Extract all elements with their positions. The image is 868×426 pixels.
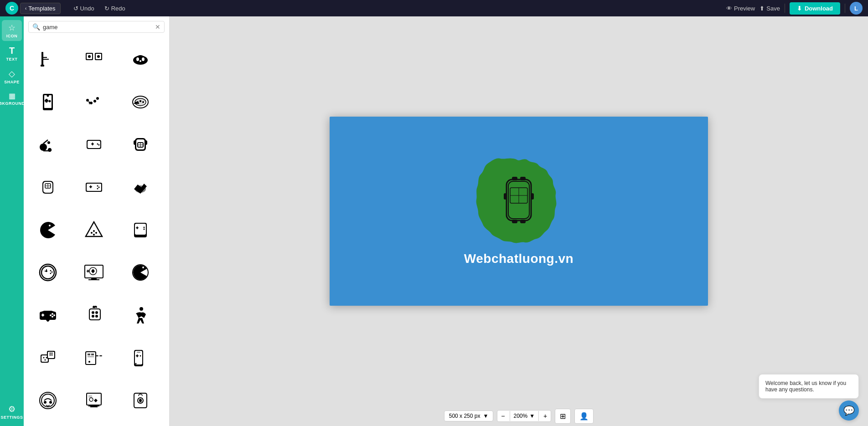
canvas-card[interactable]: Webchatluong.vn: [330, 117, 708, 306]
svg-rect-129: [137, 352, 140, 353]
canvas-area: Webchatluong.vn Welcome back, let us kno…: [170, 16, 868, 426]
svg-point-12: [142, 57, 145, 61]
preview-button[interactable]: 👁 Preview: [726, 5, 755, 12]
svg-point-41: [97, 144, 98, 145]
download-icon: ⬇: [797, 5, 802, 12]
list-item[interactable]: [28, 382, 67, 419]
svg-point-29: [137, 101, 139, 103]
tool-background[interactable]: ▦ BKGROUND: [2, 89, 22, 108]
grid-view-button[interactable]: ⊞: [555, 409, 571, 424]
svg-point-106: [43, 357, 44, 358]
list-item[interactable]: [121, 297, 160, 334]
svg-point-102: [95, 315, 98, 318]
list-item[interactable]: [28, 126, 67, 163]
svg-rect-70: [136, 236, 140, 237]
svg-point-66: [93, 234, 95, 236]
chat-bubble: Welcome back, let us know if you have an…: [759, 374, 859, 399]
list-item[interactable]: [75, 126, 114, 163]
svg-point-67: [95, 232, 97, 234]
list-item[interactable]: [121, 126, 160, 163]
save-button[interactable]: ⬆ Save: [760, 5, 780, 12]
list-item[interactable]: [75, 212, 114, 248]
download-button[interactable]: ⬇ Download: [790, 2, 840, 15]
list-item[interactable]: [28, 297, 67, 334]
list-item[interactable]: [28, 84, 67, 120]
svg-rect-139: [88, 395, 92, 398]
list-item[interactable]: ☁: [121, 84, 160, 120]
list-item[interactable]: [75, 382, 114, 419]
list-item[interactable]: [121, 340, 160, 376]
svg-point-35: [48, 149, 51, 151]
divider-2: [845, 4, 845, 13]
list-item[interactable]: [28, 41, 67, 77]
tool-text[interactable]: T TEXT: [2, 43, 22, 64]
svg-point-113: [49, 354, 51, 355]
list-item[interactable]: [75, 340, 114, 376]
svg-rect-88: [87, 271, 89, 272]
tool-icon[interactable]: ☆ ICON: [2, 20, 22, 41]
svg-point-82: [50, 273, 51, 274]
svg-point-81: [51, 272, 52, 273]
svg-rect-151: [531, 193, 534, 200]
svg-point-21: [90, 102, 93, 104]
svg-point-92: [142, 267, 144, 268]
list-item[interactable]: [121, 254, 160, 291]
svg-point-132: [44, 401, 46, 404]
svg-point-112: [51, 352, 52, 354]
list-item[interactable]: [28, 212, 67, 248]
svg-point-80: [50, 270, 51, 272]
svg-rect-144: [520, 177, 526, 180]
list-item[interactable]: [121, 212, 160, 248]
list-item[interactable]: [28, 169, 67, 205]
tool-shape[interactable]: ◇ SHAPE: [2, 66, 22, 87]
list-item[interactable]: [75, 84, 114, 120]
svg-rect-1: [41, 65, 44, 67]
svg-point-128: [135, 363, 136, 364]
tools-sidebar: ☆ ICON T TEXT ◇ SHAPE ▦ BKGROUND ⚙ SETTI…: [0, 16, 24, 426]
svg-point-103: [140, 307, 143, 311]
redo-button[interactable]: ↻ Redo: [101, 3, 129, 14]
svg-point-19: [49, 100, 50, 102]
search-input[interactable]: [43, 24, 152, 31]
list-item[interactable]: [75, 297, 114, 334]
svg-point-122: [88, 361, 90, 363]
zoom-value[interactable]: 200% ▼: [510, 411, 539, 421]
list-item[interactable]: [28, 254, 67, 291]
redo-icon: ↻: [104, 5, 109, 12]
topbar-left: C ‹ Templates: [5, 2, 61, 15]
templates-button[interactable]: ‹ Templates: [20, 3, 61, 14]
tool-settings[interactable]: ⚙ SETTINGS: [2, 401, 22, 422]
list-item[interactable]: [75, 41, 114, 77]
user-avatar[interactable]: L: [850, 2, 863, 15]
zoom-in-button[interactable]: +: [540, 411, 551, 421]
clear-search-button[interactable]: ✕: [155, 23, 160, 31]
icon-tool-icon: ☆: [8, 23, 16, 33]
list-item[interactable]: [121, 382, 160, 419]
svg-rect-150: [504, 193, 506, 200]
app-logo[interactable]: C: [5, 2, 18, 15]
main-layout: ☆ ICON T TEXT ◇ SHAPE ▦ BKGROUND ⚙ SETTI…: [0, 16, 868, 426]
canvas-wrapper[interactable]: Webchatluong.vn: [170, 16, 868, 406]
svg-rect-58: [89, 186, 92, 187]
svg-point-36: [47, 141, 50, 144]
svg-point-30: [142, 101, 144, 103]
svg-rect-136: [88, 405, 99, 406]
list-item[interactable]: [28, 340, 67, 376]
size-selector[interactable]: 500 x 250 px ▼: [444, 411, 494, 421]
icon-grid: ☁: [24, 37, 169, 426]
svg-rect-31: [140, 100, 141, 102]
zoom-out-button[interactable]: −: [497, 411, 508, 421]
list-item[interactable]: [121, 169, 160, 205]
svg-point-59: [97, 185, 98, 186]
list-item[interactable]: [121, 41, 160, 77]
svg-rect-18: [45, 100, 48, 101]
list-item[interactable]: [75, 169, 114, 205]
undo-button[interactable]: ↺ Undo: [70, 3, 98, 14]
list-item[interactable]: [75, 254, 114, 291]
eye-icon: 👁: [726, 5, 732, 12]
svg-point-61: [97, 188, 98, 189]
topbar: C ‹ Templates ↺ Undo ↻ Redo 👁 Preview ⬆ …: [0, 0, 868, 16]
text-tool-icon: T: [9, 46, 15, 56]
user-settings-button[interactable]: 👤: [574, 409, 594, 424]
chat-fab-button[interactable]: 💬: [839, 400, 859, 421]
